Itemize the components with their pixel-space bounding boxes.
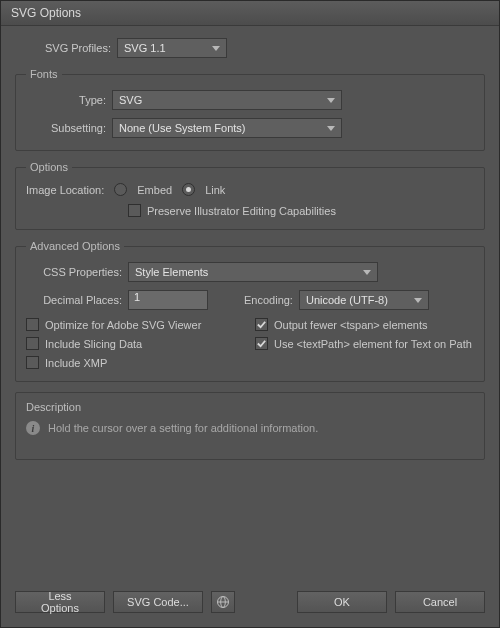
- textpath-checkbox[interactable]: [255, 337, 268, 350]
- chevron-down-icon: [327, 126, 335, 131]
- include-slicing-label: Include Slicing Data: [45, 338, 142, 350]
- font-subsetting-label: Subsetting:: [26, 122, 106, 134]
- encoding-select[interactable]: Unicode (UTF-8): [299, 290, 429, 310]
- info-icon: i: [26, 421, 40, 435]
- globe-icon: [216, 595, 230, 609]
- options-legend: Options: [26, 161, 72, 173]
- encoding-value: Unicode (UTF-8): [306, 294, 388, 306]
- font-type-label: Type:: [26, 94, 106, 106]
- css-properties-select[interactable]: Style Elements: [128, 262, 378, 282]
- description-text: Hold the cursor over a setting for addit…: [48, 422, 318, 434]
- preview-browser-button[interactable]: [211, 591, 235, 613]
- font-type-value: SVG: [119, 94, 142, 106]
- svg-profiles-select[interactable]: SVG 1.1: [117, 38, 227, 58]
- decimal-places-input[interactable]: 1: [128, 290, 208, 310]
- fonts-group: Fonts Type: SVG Subsetting: None (Use Sy…: [15, 68, 485, 151]
- cancel-button[interactable]: Cancel: [395, 591, 485, 613]
- font-type-select[interactable]: SVG: [112, 90, 342, 110]
- include-xmp-label: Include XMP: [45, 357, 107, 369]
- font-subsetting-value: None (Use System Fonts): [119, 122, 246, 134]
- less-options-button[interactable]: Less Options: [15, 591, 105, 613]
- optimize-svg-viewer-label: Optimize for Adobe SVG Viewer: [45, 319, 201, 331]
- chevron-down-icon: [327, 98, 335, 103]
- css-properties-label: CSS Properties:: [26, 266, 122, 278]
- dialog-content: SVG Profiles: SVG 1.1 Fonts Type: SVG Su…: [1, 26, 499, 581]
- include-xmp-checkbox[interactable]: [26, 356, 39, 369]
- checkmark-icon: [256, 319, 267, 330]
- dialog-footer: Less Options SVG Code... OK Cancel: [1, 581, 499, 627]
- svg-options-dialog: SVG Options SVG Profiles: SVG 1.1 Fonts …: [0, 0, 500, 628]
- textpath-label: Use <textPath> element for Text on Path: [274, 338, 472, 350]
- cancel-label: Cancel: [423, 596, 457, 608]
- svg-profiles-row: SVG Profiles: SVG 1.1: [15, 38, 485, 58]
- ok-button[interactable]: OK: [297, 591, 387, 613]
- output-tspan-checkbox[interactable]: [255, 318, 268, 331]
- advanced-legend: Advanced Options: [26, 240, 124, 252]
- svg-code-label: SVG Code...: [127, 596, 189, 608]
- encoding-label: Encoding:: [244, 294, 293, 306]
- font-subsetting-select[interactable]: None (Use System Fonts): [112, 118, 342, 138]
- decimal-places-value: 1: [134, 291, 140, 303]
- image-location-embed-radio[interactable]: [114, 183, 127, 196]
- image-location-link-label: Link: [205, 184, 225, 196]
- chevron-down-icon: [212, 46, 220, 51]
- options-group: Options Image Location: Embed Link Prese…: [15, 161, 485, 230]
- image-location-label: Image Location:: [26, 184, 104, 196]
- description-group: Description i Hold the cursor over a set…: [15, 392, 485, 460]
- preserve-editing-label: Preserve Illustrator Editing Capabilitie…: [147, 205, 336, 217]
- include-slicing-checkbox[interactable]: [26, 337, 39, 350]
- optimize-svg-viewer-checkbox[interactable]: [26, 318, 39, 331]
- less-options-label: Less Options: [28, 590, 92, 614]
- dialog-title: SVG Options: [1, 1, 499, 26]
- svg-profiles-label: SVG Profiles:: [15, 42, 111, 54]
- chevron-down-icon: [414, 298, 422, 303]
- preserve-editing-checkbox[interactable]: [128, 204, 141, 217]
- chevron-down-icon: [363, 270, 371, 275]
- fonts-legend: Fonts: [26, 68, 62, 80]
- advanced-options-group: Advanced Options CSS Properties: Style E…: [15, 240, 485, 382]
- checkmark-icon: [256, 338, 267, 349]
- image-location-embed-label: Embed: [137, 184, 172, 196]
- css-properties-value: Style Elements: [135, 266, 208, 278]
- image-location-link-radio[interactable]: [182, 183, 195, 196]
- ok-label: OK: [334, 596, 350, 608]
- output-tspan-label: Output fewer <tspan> elements: [274, 319, 427, 331]
- decimal-places-label: Decimal Places:: [26, 294, 122, 306]
- description-legend: Description: [26, 401, 474, 413]
- svg-profiles-value: SVG 1.1: [124, 42, 166, 54]
- svg-code-button[interactable]: SVG Code...: [113, 591, 203, 613]
